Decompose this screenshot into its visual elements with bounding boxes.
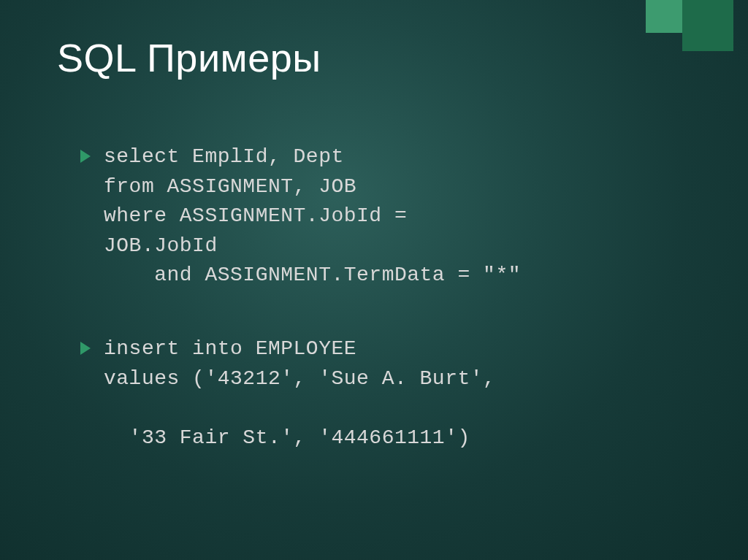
bullet-item: insert into EMPLOYEE values ('43212', 'S…	[80, 334, 679, 453]
bullet-marker-icon	[80, 150, 91, 163]
code-block: select EmplId, Dept from ASSIGNMENT, JOB…	[104, 142, 521, 291]
accent-dark-block	[682, 0, 733, 51]
slide-content: select EmplId, Dept from ASSIGNMENT, JOB…	[80, 142, 679, 496]
accent-light-block	[646, 0, 682, 33]
bullet-item: select EmplId, Dept from ASSIGNMENT, JOB…	[80, 142, 679, 291]
bullet-marker-icon	[80, 342, 91, 355]
corner-accent	[646, 0, 748, 51]
slide-title: SQL Примеры	[57, 35, 321, 80]
code-block: insert into EMPLOYEE values ('43212', 'S…	[104, 334, 495, 453]
